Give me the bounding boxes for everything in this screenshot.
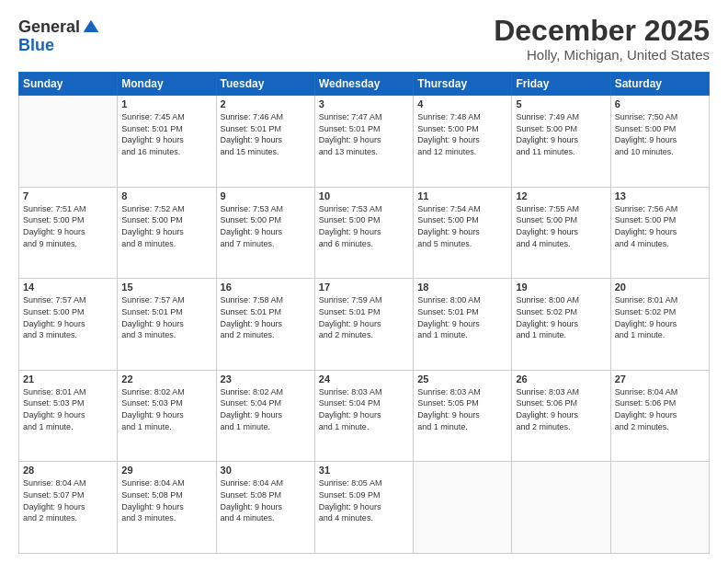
calendar-cell: 5Sunrise: 7:49 AM Sunset: 5:00 PM Daylig… [512,96,610,188]
calendar-cell: 1Sunrise: 7:45 AM Sunset: 5:01 PM Daylig… [118,96,216,188]
calendar-cell: 3Sunrise: 7:47 AM Sunset: 5:01 PM Daylig… [314,96,413,188]
calendar-day-header: Tuesday [216,73,314,96]
cell-day-number: 24 [319,373,409,385]
logo: General Blue [18,18,100,55]
calendar-cell: 8Sunrise: 7:52 AM Sunset: 5:00 PM Daylig… [118,187,216,279]
cell-day-number: 10 [319,190,409,201]
calendar-cell: 19Sunrise: 8:00 AM Sunset: 5:02 PM Dayli… [512,279,610,371]
cell-info: Sunrise: 7:45 AM Sunset: 5:01 PM Dayligh… [121,111,211,157]
cell-info: Sunrise: 7:53 AM Sunset: 5:00 PM Dayligh… [221,203,311,249]
calendar-table: SundayMondayTuesdayWednesdayThursdayFrid… [18,72,710,554]
cell-day-number: 2 [221,98,311,109]
calendar-week-row: 21Sunrise: 8:01 AM Sunset: 5:03 PM Dayli… [19,370,710,462]
calendar-cell: 7Sunrise: 7:51 AM Sunset: 5:00 PM Daylig… [19,187,118,279]
calendar-cell: 30Sunrise: 8:04 AM Sunset: 5:08 PM Dayli… [216,462,314,554]
calendar-cell: 21Sunrise: 8:01 AM Sunset: 5:03 PM Dayli… [19,370,118,462]
cell-day-number: 11 [417,190,507,201]
calendar-cell: 12Sunrise: 7:55 AM Sunset: 5:00 PM Dayli… [512,187,610,279]
cell-info: Sunrise: 7:54 AM Sunset: 5:00 PM Dayligh… [417,203,507,249]
title-block: December 2025 Holly, Michigan, United St… [494,15,710,63]
cell-info: Sunrise: 7:59 AM Sunset: 5:01 PM Dayligh… [319,294,409,340]
calendar-cell: 18Sunrise: 8:00 AM Sunset: 5:01 PM Dayli… [414,279,512,371]
subtitle: Holly, Michigan, United States [494,47,710,63]
cell-info: Sunrise: 8:00 AM Sunset: 5:01 PM Dayligh… [417,294,507,340]
calendar-week-row: 7Sunrise: 7:51 AM Sunset: 5:00 PM Daylig… [19,187,710,279]
calendar-day-header: Sunday [19,73,118,96]
cell-day-number: 27 [615,373,705,385]
cell-day-number: 30 [221,465,311,476]
calendar-cell [512,462,610,554]
cell-info: Sunrise: 7:51 AM Sunset: 5:00 PM Dayligh… [23,203,113,249]
cell-day-number: 28 [23,465,113,476]
calendar-cell: 22Sunrise: 8:02 AM Sunset: 5:03 PM Dayli… [118,370,216,462]
cell-day-number: 25 [417,373,507,385]
logo-icon [82,18,100,37]
page: General Blue December 2025 Holly, Michig… [0,0,728,563]
cell-day-number: 26 [516,373,606,385]
cell-day-number: 6 [615,98,705,109]
calendar-cell: 24Sunrise: 8:03 AM Sunset: 5:04 PM Dayli… [314,370,413,462]
cell-info: Sunrise: 7:56 AM Sunset: 5:00 PM Dayligh… [615,203,705,249]
calendar-cell: 14Sunrise: 7:57 AM Sunset: 5:00 PM Dayli… [19,279,118,371]
logo-general: General [18,18,80,37]
cell-day-number: 14 [23,282,113,293]
calendar-week-row: 28Sunrise: 8:04 AM Sunset: 5:07 PM Dayli… [19,462,710,554]
calendar-cell: 26Sunrise: 8:03 AM Sunset: 5:06 PM Dayli… [512,370,610,462]
cell-info: Sunrise: 8:01 AM Sunset: 5:02 PM Dayligh… [615,294,705,340]
cell-info: Sunrise: 7:57 AM Sunset: 5:00 PM Dayligh… [23,294,113,340]
cell-day-number: 5 [516,98,606,109]
logo-blue: Blue [18,36,54,54]
cell-info: Sunrise: 8:04 AM Sunset: 5:08 PM Dayligh… [221,477,311,523]
cell-info: Sunrise: 7:52 AM Sunset: 5:00 PM Dayligh… [121,203,211,249]
cell-info: Sunrise: 7:47 AM Sunset: 5:01 PM Dayligh… [319,111,409,157]
cell-info: Sunrise: 8:03 AM Sunset: 5:06 PM Dayligh… [516,386,606,432]
cell-day-number: 8 [121,190,211,201]
calendar-cell: 31Sunrise: 8:05 AM Sunset: 5:09 PM Dayli… [314,462,413,554]
cell-day-number: 23 [221,373,311,385]
calendar-week-row: 14Sunrise: 7:57 AM Sunset: 5:00 PM Dayli… [19,279,710,371]
calendar-cell: 20Sunrise: 8:01 AM Sunset: 5:02 PM Dayli… [610,279,709,371]
cell-day-number: 19 [516,282,606,293]
calendar-cell: 6Sunrise: 7:50 AM Sunset: 5:00 PM Daylig… [610,96,709,188]
cell-day-number: 21 [23,373,113,385]
calendar-cell: 27Sunrise: 8:04 AM Sunset: 5:06 PM Dayli… [610,370,709,462]
calendar-cell: 28Sunrise: 8:04 AM Sunset: 5:07 PM Dayli… [19,462,118,554]
calendar-cell: 10Sunrise: 7:53 AM Sunset: 5:00 PM Dayli… [314,187,413,279]
calendar-cell: 29Sunrise: 8:04 AM Sunset: 5:08 PM Dayli… [118,462,216,554]
calendar-cell: 2Sunrise: 7:46 AM Sunset: 5:01 PM Daylig… [216,96,314,188]
cell-info: Sunrise: 7:55 AM Sunset: 5:00 PM Dayligh… [516,203,606,249]
cell-day-number: 17 [319,282,409,293]
calendar-cell: 4Sunrise: 7:48 AM Sunset: 5:00 PM Daylig… [414,96,512,188]
cell-day-number: 15 [121,282,211,293]
cell-day-number: 13 [615,190,705,201]
cell-info: Sunrise: 8:04 AM Sunset: 5:06 PM Dayligh… [615,386,705,432]
cell-day-number: 16 [221,282,311,293]
cell-info: Sunrise: 8:04 AM Sunset: 5:08 PM Dayligh… [121,477,211,523]
main-title: December 2025 [494,15,710,47]
cell-info: Sunrise: 7:57 AM Sunset: 5:01 PM Dayligh… [121,294,211,340]
cell-day-number: 22 [121,373,211,385]
cell-day-number: 7 [23,190,113,201]
calendar-header-row: SundayMondayTuesdayWednesdayThursdayFrid… [19,73,710,96]
calendar-cell [19,96,118,188]
cell-day-number: 4 [417,98,507,109]
cell-info: Sunrise: 8:02 AM Sunset: 5:03 PM Dayligh… [121,386,211,432]
calendar-day-header: Saturday [610,73,709,96]
calendar-cell: 11Sunrise: 7:54 AM Sunset: 5:00 PM Dayli… [414,187,512,279]
cell-info: Sunrise: 8:03 AM Sunset: 5:04 PM Dayligh… [319,386,409,432]
cell-day-number: 9 [221,190,311,201]
calendar-cell: 16Sunrise: 7:58 AM Sunset: 5:01 PM Dayli… [216,279,314,371]
calendar-day-header: Monday [118,73,216,96]
cell-info: Sunrise: 7:50 AM Sunset: 5:00 PM Dayligh… [615,111,705,157]
svg-marker-0 [84,20,99,32]
cell-day-number: 20 [615,282,705,293]
calendar-cell: 15Sunrise: 7:57 AM Sunset: 5:01 PM Dayli… [118,279,216,371]
calendar-cell: 13Sunrise: 7:56 AM Sunset: 5:00 PM Dayli… [610,187,709,279]
cell-info: Sunrise: 7:48 AM Sunset: 5:00 PM Dayligh… [417,111,507,157]
cell-day-number: 29 [121,465,211,476]
header: General Blue December 2025 Holly, Michig… [18,15,710,63]
cell-info: Sunrise: 7:53 AM Sunset: 5:00 PM Dayligh… [319,203,409,249]
cell-info: Sunrise: 8:02 AM Sunset: 5:04 PM Dayligh… [221,386,311,432]
calendar-day-header: Wednesday [314,73,413,96]
cell-day-number: 12 [516,190,606,201]
